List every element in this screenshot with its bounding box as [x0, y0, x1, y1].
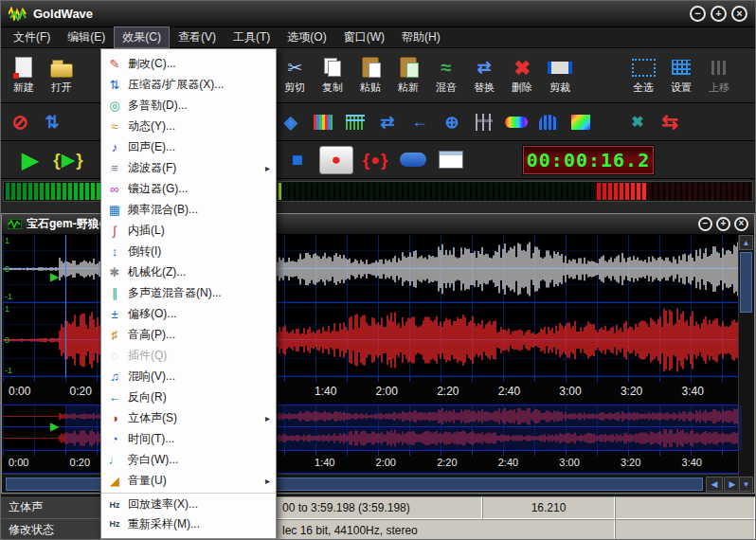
toolbar-button-icon: ≈ — [434, 56, 459, 79]
menu-item-icon: Hz — [105, 519, 124, 529]
effects-menu-item[interactable]: ♫ 混响(V)... — [101, 366, 276, 387]
menu-item-label: 时间(T)... — [128, 431, 261, 447]
paste-button[interactable]: 粘贴 — [351, 50, 389, 101]
mixer-chart-icon[interactable] — [310, 110, 336, 135]
toolbar-button-label: 复制 — [322, 81, 343, 95]
effects-menu-item[interactable]: ✎ 删改(C)... — [101, 53, 276, 74]
toolbar-button-icon: ✖ — [510, 56, 534, 79]
menubar-item[interactable]: 效果(C) — [114, 27, 170, 48]
effects-menu-item[interactable]: ♩ 旁白(W)... — [101, 449, 276, 470]
faders-icon[interactable] — [471, 110, 497, 135]
menubar-item[interactable]: 帮助(H) — [393, 27, 449, 48]
menu-item-icon: ▦ — [105, 203, 124, 217]
effects-menu-item[interactable]: ♯ 音高(P)... — [101, 324, 276, 345]
minimize-button[interactable]: − — [690, 6, 706, 22]
doc-maximize-button[interactable]: + — [716, 217, 730, 231]
menu-item-icon: ✱ — [105, 265, 124, 279]
effects-menu-item[interactable]: ◔ 时间(T)... — [101, 428, 276, 449]
maximize-button[interactable]: + — [711, 6, 727, 22]
compass-icon[interactable]: ◈ — [278, 110, 304, 135]
trim-button[interactable]: 剪裁 — [541, 50, 579, 101]
menu-item-icon: ♩ — [105, 453, 124, 467]
toolbar-button-icon — [631, 56, 656, 79]
effects-menu-item[interactable]: ∫ 内插(L) — [101, 220, 276, 241]
settings-button[interactable]: 设置 — [662, 50, 700, 101]
doc-close-button[interactable]: × — [734, 217, 748, 231]
status-spare-field — [615, 519, 755, 540]
selection-start-marker[interactable] — [65, 235, 66, 377]
effects-menu-item[interactable]: ≡ 滤波器(F) ▸ — [101, 157, 276, 178]
effects-menu-item[interactable]: ∥ 多声道混音器(N)... — [101, 282, 276, 303]
comb-filter-icon[interactable] — [535, 110, 562, 135]
effects-menu-item[interactable]: ◑ 立体声(S) ▸ — [101, 407, 276, 428]
new-button[interactable]: 新建 — [5, 50, 43, 101]
window-title: GoldWave — [33, 7, 93, 21]
menubar-item[interactable]: 文件(F) — [5, 27, 59, 48]
effects-menu-item[interactable]: ◎ 多普勒(D)... — [101, 95, 276, 116]
vertical-scrollbar[interactable]: ▲ ▼ — [738, 235, 753, 492]
vertical-scroll-thumb[interactable] — [740, 252, 752, 313]
rainbow-square-icon[interactable] — [567, 110, 594, 135]
stop-button[interactable]: ■ — [281, 146, 314, 174]
effects-menu-item[interactable]: Hz 回放速率(X)... — [101, 493, 276, 513]
cut-button[interactable]: ✂ 剪切 — [276, 50, 314, 101]
effects-menu-item[interactable]: ∞ 镶边器(G)... — [101, 178, 276, 199]
menu-item-icon: Hz — [105, 500, 124, 510]
delete-button[interactable]: ✖ 删除 — [503, 50, 541, 101]
select-all-button[interactable]: 全选 — [624, 50, 662, 101]
menubar-item[interactable]: 查看(V) — [170, 27, 225, 48]
vertical-scroll-track[interactable] — [739, 315, 753, 477]
menu-item-icon: ◑ — [105, 411, 124, 425]
copy-button[interactable]: 复制 — [314, 50, 351, 101]
scroll-left-button[interactable]: ◀ — [706, 477, 723, 492]
scroll-up-button[interactable]: ▲ — [739, 235, 753, 250]
effects-menu-item[interactable]: ± 偏移(O)... — [101, 303, 276, 324]
effects-menu-item[interactable]: ◌ 插件(Q) — [101, 345, 276, 366]
open-button[interactable]: 打开 — [43, 50, 81, 101]
disable-icon[interactable]: ⊘ — [7, 110, 33, 135]
goldwave-window: GoldWave − + × 文件(F)编辑(E)效果(C)查看(V)工具(T)… — [0, 0, 756, 540]
effects-menu-item[interactable]: ↕ 倒转(I) — [101, 241, 276, 261]
effects-menu-item[interactable]: ◢ 音量(U) ▸ — [101, 470, 276, 491]
status-length-field: 16.210 — [482, 496, 615, 519]
close-button[interactable]: × — [731, 6, 747, 22]
play-icon: ▶ — [22, 147, 39, 173]
split-arrows-icon[interactable]: ⇆ — [657, 110, 683, 135]
scroll-down-button[interactable]: ▼ — [739, 477, 753, 492]
toolbar-button-label: 粘新 — [398, 81, 419, 95]
titlebar[interactable]: GoldWave − + × — [1, 1, 755, 27]
effects-menu-item[interactable]: ⇅ 压缩器/扩展器(X)... — [101, 74, 276, 95]
menubar-item[interactable]: 选项(O) — [279, 27, 334, 48]
menubar-item[interactable]: 窗口(W) — [335, 27, 393, 48]
effects-menu-item[interactable]: ≈ 动态(Y)... — [101, 116, 276, 136]
arrow-left-icon[interactable]: ← — [406, 110, 433, 135]
menu-item-icon: ≈ — [105, 119, 124, 134]
effects-menu-item[interactable]: ▦ 频率混合(B)... — [101, 199, 276, 220]
swap-channels-icon[interactable]: ⇅ — [39, 110, 65, 135]
cross-icon[interactable]: ✖ — [624, 110, 651, 135]
spectrum-icon[interactable] — [342, 110, 369, 135]
timeline-label: 1:40 — [313, 385, 374, 398]
play-selection-button[interactable]: ▶ — [52, 146, 84, 174]
effects-menu-item[interactable]: Hz 重新采样(M)... — [101, 513, 276, 534]
record-button[interactable]: ● — [319, 146, 353, 174]
window-controls: − + × — [690, 6, 747, 22]
cue-points-button[interactable] — [435, 146, 467, 174]
doc-minimize-button[interactable]: − — [698, 217, 712, 231]
play-button[interactable]: ▶ — [14, 146, 46, 174]
document-window-controls: − + × — [698, 217, 748, 231]
paste-new-button[interactable]: 粘新 — [389, 50, 427, 101]
menubar-item[interactable]: 工具(T) — [225, 27, 279, 48]
move-up-button[interactable]: 上移 — [700, 50, 738, 101]
mix-button[interactable]: ≈ 混音 — [427, 50, 465, 101]
menubar-item[interactable]: 编辑(E) — [59, 27, 114, 48]
fast-forward-button[interactable] — [397, 146, 429, 174]
effects-menu-item[interactable]: ← 反向(R) — [101, 387, 276, 407]
exchange-icon[interactable]: ⇄ — [374, 110, 401, 135]
target-icon[interactable]: ⊕ — [439, 110, 465, 135]
replace-button[interactable]: ⇄ 替换 — [465, 50, 503, 101]
effects-menu-item[interactable]: ♪ 回声(E)... — [101, 136, 276, 157]
record-selection-button[interactable]: ● — [359, 146, 391, 174]
rainbow-ellipse-icon[interactable] — [503, 110, 530, 135]
effects-menu-item[interactable]: ✱ 机械化(Z)... — [101, 261, 276, 282]
